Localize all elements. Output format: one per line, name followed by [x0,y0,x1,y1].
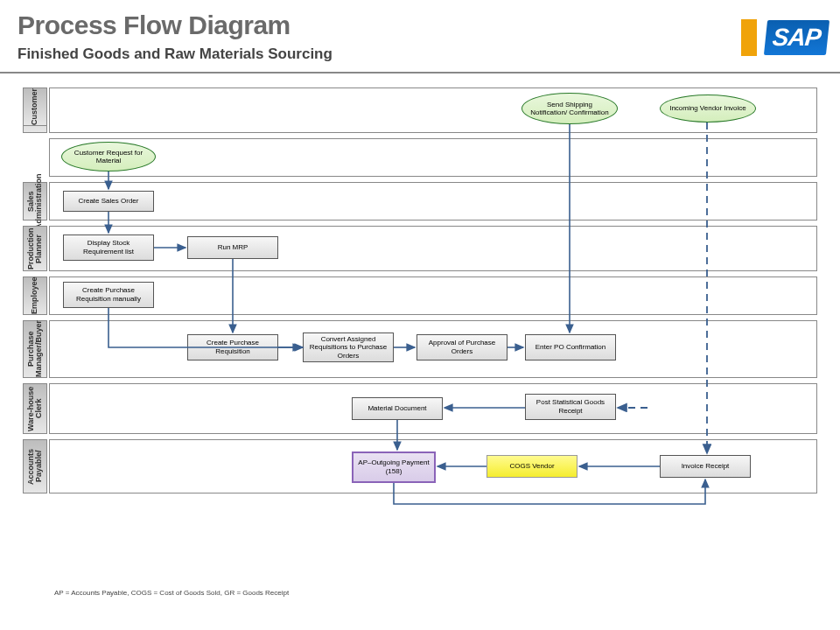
accent-bar [741,19,757,56]
header: Process Flow Diagram Finished Goods and … [0,0,840,74]
node-ap-outgoing: AP–Outgoing Payment (158) [352,452,436,483]
lane-label-employee: Employee [23,276,47,315]
node-enter-po-conf: Enter PO Confirmation [525,334,616,360]
lane-label-customer: Customer [23,88,47,126]
lane-sales-admin [49,182,817,220]
node-customer-request: Customer Request for Material [61,142,156,172]
lane-label-ap: Accounts Payable/ [23,439,47,494]
node-display-stock: Display Stock Requirement list [63,234,154,261]
sap-logo: SAP [764,20,830,55]
footnote: AP = Accounts Payable, COGS = Cost of Go… [54,589,289,597]
lane-label-prod-planner: Production Planner [23,226,47,271]
node-cogs-vendor: COGS Vendor [486,455,578,478]
lane-label-warehouse: Ware-house Clerk [23,383,47,434]
logo: SAP [741,19,828,56]
page-subtitle: Finished Goods and Raw Materials Sourcin… [18,46,822,63]
page-title: Process Flow Diagram [18,10,822,40]
lane-label-sales-admin: Sales Administration [23,182,47,220]
lane-label-purchase-mgr: Purchase Manager/Buyer [23,320,47,378]
node-incoming-invoice: Incoming Vendor Invoice [660,94,756,122]
node-approve-po: Approval of Purchase Orders [416,334,508,360]
node-invoice-receipt: Invoice Receipt [660,455,751,478]
node-material-doc: Material Document [352,397,443,420]
swimlanes: Vendor Customer Sales Administration Pro… [23,88,817,578]
node-create-sales-order: Create Sales Order [63,191,154,212]
node-run-mrp: Run MRP [187,236,278,259]
lane-customer [49,138,817,177]
lane-prod-planner [49,226,817,271]
node-post-gr: Post Statistical Goods Receipt [525,394,616,420]
lane-employee [49,276,817,315]
node-send-shipping: Send Shipping Notification/ Confirmation [522,93,618,124]
node-convert-req: Convert Assigned Requisitions to Purchas… [303,332,394,362]
node-create-pr: Create Purchase Requisition [187,334,278,360]
node-create-pr-manual: Create Purchase Requisition manually [63,282,154,308]
